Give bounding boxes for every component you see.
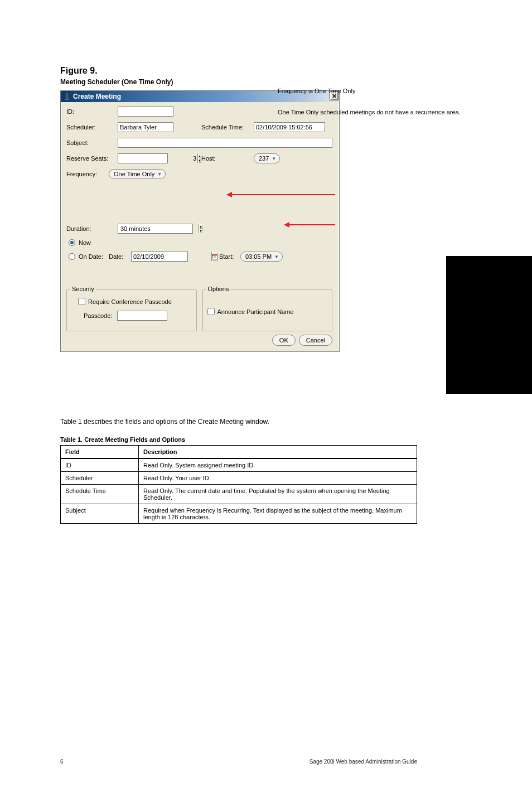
table-row: Schedule Time Read Only. The current dat… xyxy=(61,485,417,504)
host-value: 237 xyxy=(259,155,269,162)
options-groupbox: Options Announce Participant Name xyxy=(202,289,333,331)
announce-checkbox[interactable] xyxy=(207,308,215,315)
require-passcode-checkbox[interactable] xyxy=(78,298,85,305)
reserve-seats-value[interactable] xyxy=(118,154,197,163)
start-value: 03:05 PM xyxy=(245,253,272,260)
table-header-field: Field xyxy=(61,446,139,459)
cell-desc: Read Only. System assigned meeting ID. xyxy=(139,458,417,472)
arrowhead-icon xyxy=(226,192,232,197)
table-header-description: Description xyxy=(139,446,417,459)
footer-doc-title: Sage 200i Web based Administration Guide xyxy=(309,759,417,765)
calendar-icon[interactable] xyxy=(211,252,217,261)
passcode-field[interactable] xyxy=(117,311,167,321)
date-label: Date: xyxy=(109,253,131,260)
host-dropdown[interactable]: 237 ▼ xyxy=(254,153,280,163)
java-icon xyxy=(63,93,71,100)
arrowhead-icon xyxy=(284,222,289,228)
svg-rect-1 xyxy=(212,255,217,256)
subject-label: Subject: xyxy=(66,139,118,146)
chevron-down-icon: ▼ xyxy=(157,172,162,177)
frequency-label: Frequency: xyxy=(66,171,109,177)
on-date-radio[interactable] xyxy=(69,253,75,260)
create-meeting-dialog: Create Meeting ✕ ID: Scheduler: Schedule… xyxy=(60,90,340,352)
cell-desc: Read Only. The current date and time. Po… xyxy=(139,485,417,504)
reserve-seats-spinner[interactable]: ▲ ▼ xyxy=(118,153,168,163)
scheduler-label: Scheduler: xyxy=(66,124,118,131)
frequency-dropdown[interactable]: One Time Only ▼ xyxy=(109,169,166,179)
require-passcode-label: Require Conference Passcode xyxy=(88,298,172,305)
start-label: Start: xyxy=(219,253,240,260)
cell-field: Scheduler xyxy=(61,472,139,485)
id-label: ID: xyxy=(66,108,118,115)
spinner-down-icon[interactable]: ▼ xyxy=(197,158,201,163)
dialog-body: ID: Scheduler: Schedule Time: Subject: R… xyxy=(61,102,339,351)
on-date-label: On Date: xyxy=(79,253,109,260)
host-label: Host: xyxy=(201,155,254,162)
figure-caption: Figure 9. Meeting Scheduler (One Time On… xyxy=(60,66,173,86)
cell-desc: Required when Frequency is Recurring. Te… xyxy=(139,504,417,524)
cell-field: ID xyxy=(61,458,139,472)
ok-button[interactable]: OK xyxy=(272,335,296,346)
reserve-seats-label: Reserve Seats: xyxy=(66,155,118,162)
options-legend: Options xyxy=(206,286,231,292)
spinner-down-icon[interactable]: ▼ xyxy=(199,229,202,233)
duration-spinner[interactable]: ▲ ▼ xyxy=(118,224,193,234)
annotation-text-1: Frequency is One Time Only xyxy=(278,88,355,94)
cell-field: Subject xyxy=(61,504,139,524)
annotation-arrow-2 xyxy=(289,224,335,225)
duration-value[interactable] xyxy=(118,225,199,233)
annotation-text-2: One Time Only scheduled meetings do not … xyxy=(278,109,434,115)
subject-field[interactable] xyxy=(118,138,332,148)
security-legend: Security xyxy=(70,286,96,292)
frequency-value: One Time Only xyxy=(114,171,154,177)
passcode-label: Passcode: xyxy=(84,312,117,319)
annotation-arrow-1 xyxy=(231,194,335,195)
announce-label: Announce Participant Name xyxy=(217,308,294,315)
date-picker[interactable] xyxy=(131,252,188,262)
table-row: ID Read Only. System assigned meeting ID… xyxy=(61,458,417,472)
now-radio[interactable] xyxy=(69,239,75,246)
cell-field: Schedule Time xyxy=(61,485,139,504)
now-label: Now xyxy=(79,239,91,246)
id-field xyxy=(118,107,173,117)
schedule-time-label: Schedule Time: xyxy=(201,124,254,131)
cancel-button[interactable]: Cancel xyxy=(299,335,332,346)
side-black-box xyxy=(446,256,532,394)
chevron-down-icon: ▼ xyxy=(272,156,276,161)
spinner-up-icon[interactable]: ▲ xyxy=(197,154,201,158)
start-dropdown[interactable]: 03:05 PM ▼ xyxy=(240,252,283,262)
page-number: 6 xyxy=(60,759,64,765)
scheduler-field xyxy=(118,122,173,132)
security-groupbox: Security Require Conference Passcode Pas… xyxy=(66,289,197,331)
page-footer: 6 Sage 200i Web based Administration Gui… xyxy=(60,759,417,765)
fields-table: Table 1. Create Meeting Fields and Optio… xyxy=(60,436,417,524)
duration-label: Duration: xyxy=(66,225,118,232)
table-intro-text: Table 1 describes the fields and options… xyxy=(60,417,269,427)
spinner-up-icon[interactable]: ▲ xyxy=(199,224,202,229)
window-title: Create Meeting xyxy=(73,93,121,100)
chevron-down-icon: ▼ xyxy=(274,254,279,259)
cell-desc: Read Only. Your user ID. xyxy=(139,472,417,485)
figure-title: Meeting Scheduler (One Time Only) xyxy=(60,78,173,86)
date-value[interactable] xyxy=(132,253,211,260)
table-caption: Table 1. Create Meeting Fields and Optio… xyxy=(60,436,417,445)
table-row: Scheduler Read Only. Your user ID. xyxy=(61,472,417,485)
table-row: Subject Required when Frequency is Recur… xyxy=(61,504,417,524)
figure-number: Figure 9. xyxy=(60,66,173,76)
schedule-time-field xyxy=(254,122,325,132)
